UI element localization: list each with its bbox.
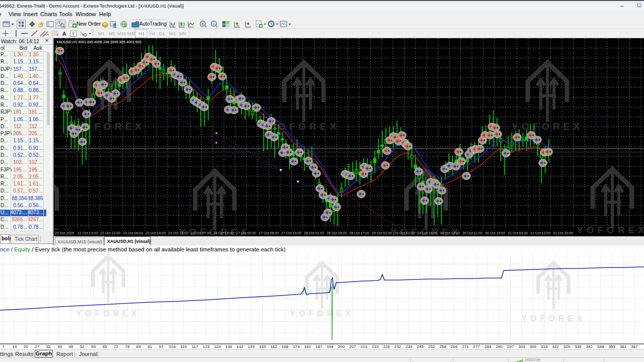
- svg-text:30 Oct 03:00: 30 Oct 03:00: [440, 231, 460, 235]
- svg-text:M30: M30: [127, 31, 136, 36]
- svg-text:27 Oct 16:00: 27 Oct 16:00: [281, 231, 301, 235]
- svg-text:22 Oct 13:00: 22 Oct 13:00: [77, 231, 98, 235]
- svg-text:23 Oct 23:00: 23 Oct 23:00: [168, 231, 188, 235]
- svg-text:MN: MN: [179, 31, 186, 36]
- svg-text:H1: H1: [139, 31, 145, 36]
- svg-text:M15: M15: [117, 31, 126, 36]
- svg-text:31 Oct 04:00: 31 Oct 04:00: [508, 231, 528, 235]
- svg-text:T: T: [72, 32, 75, 37]
- svg-text:YOFOREX: YOFOREX: [290, 309, 354, 318]
- svg-text:28 Oct 17:00: 28 Oct 17:00: [349, 231, 369, 235]
- svg-text:YOFOREX: YOFOREX: [512, 121, 583, 132]
- svg-text:New Order: New Order: [76, 21, 101, 27]
- svg-text:31 Oct 20:00: 31 Oct 20:00: [553, 231, 573, 235]
- svg-text:+: +: [201, 22, 204, 27]
- svg-text:M5: M5: [109, 31, 115, 36]
- svg-text:30 Oct 19:00: 30 Oct 19:00: [485, 231, 505, 235]
- svg-text:29 Oct 18:00: 29 Oct 18:00: [417, 231, 437, 235]
- svg-text:22 Oct 22:00: 22 Oct 22:00: [100, 231, 120, 235]
- svg-text:27 Oct 00:00: 27 Oct 00:00: [236, 231, 256, 235]
- svg-text:22 Oct 2025: 22 Oct 2025: [55, 231, 74, 235]
- svg-text:28 Oct 09:00: 28 Oct 09:00: [327, 231, 347, 235]
- svg-text:24 Oct 07:00: 24 Oct 07:00: [191, 231, 211, 235]
- svg-text:24 Oct 15:00: 24 Oct 15:00: [213, 231, 233, 235]
- svg-text:YOFOREX: YOFOREX: [577, 225, 644, 235]
- svg-text:YOFOREX: YOFOREX: [76, 309, 140, 318]
- svg-text:29 Oct 10:00: 29 Oct 10:00: [394, 231, 415, 235]
- svg-text:A: A: [62, 31, 66, 37]
- svg-text:D1: D1: [159, 31, 165, 36]
- svg-text:H4: H4: [149, 31, 155, 36]
- svg-text:29 Oct 02:00: 29 Oct 02:00: [372, 231, 392, 235]
- svg-text:28 Oct 01:00: 28 Oct 01:00: [304, 231, 324, 235]
- svg-text:23 Oct 06:00: 23 Oct 06:00: [123, 231, 143, 235]
- svg-text:YOFOREX: YOFOREX: [521, 314, 585, 323]
- svg-text:XAUUSD,H1 4001.045 4006.248 3: XAUUSD,H1 4001.045 4006.248 3995.955 400…: [56, 40, 141, 44]
- svg-text:AutoTrading: AutoTrading: [139, 21, 167, 27]
- svg-text:23 Oct 14:00: 23 Oct 14:00: [145, 231, 166, 235]
- svg-text:30 Oct 11:00: 30 Oct 11:00: [462, 231, 482, 235]
- svg-text:31 Oct 12:00: 31 Oct 12:00: [530, 231, 550, 235]
- svg-text:W1: W1: [169, 31, 176, 36]
- svg-text:M1: M1: [98, 31, 105, 36]
- svg-text:27 Oct 08:00: 27 Oct 08:00: [259, 231, 279, 235]
- svg-text:−: −: [212, 22, 215, 27]
